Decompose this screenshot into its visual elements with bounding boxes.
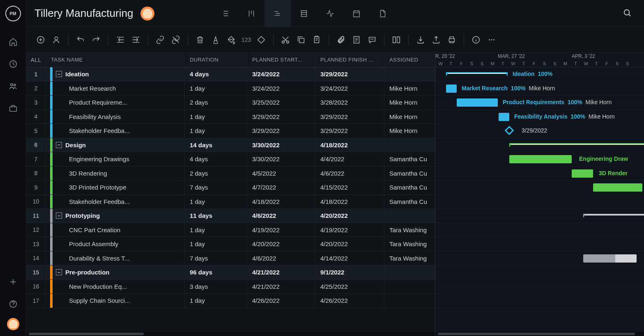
cell-finish[interactable]: 3/29/2022 [315, 110, 384, 124]
cell-assigned[interactable]: Samantha Cu [384, 195, 435, 209]
cell-start[interactable]: 4/6/2022 [247, 251, 315, 265]
row-number[interactable]: 4 [26, 110, 46, 124]
cell-dur[interactable]: 96 days [185, 265, 247, 279]
task-bar[interactable] [457, 98, 498, 107]
cell-finish[interactable]: 4/15/2022 [315, 181, 384, 194]
cell-finish[interactable]: 4/19/2022 [315, 223, 384, 237]
cell-assigned[interactable]: Tara Washing [384, 223, 435, 237]
row-number[interactable]: 8 [26, 167, 46, 181]
cell-finish[interactable]: 4/6/2022 [315, 167, 384, 181]
task-name-cell[interactable]: Supply Chain Sourci... [46, 294, 185, 308]
cell-finish[interactable]: 4/18/2022 [315, 138, 384, 152]
add-task-icon[interactable] [34, 34, 47, 46]
grid-hscroll[interactable] [26, 332, 435, 336]
gantt-row[interactable] [435, 265, 644, 280]
help-icon[interactable] [5, 296, 21, 312]
row-number[interactable]: 10 [26, 195, 46, 209]
cell-assigned[interactable]: Tara Washing [384, 251, 435, 265]
user-avatar[interactable] [7, 318, 19, 330]
cell-start[interactable]: 4/21/2022 [247, 280, 315, 294]
project-owner-avatar[interactable] [140, 7, 154, 21]
notes-icon[interactable] [350, 34, 363, 46]
task-row[interactable]: 10Stakeholder Feedba...1 day4/18/20224/1… [26, 195, 435, 209]
paste-icon[interactable] [310, 34, 323, 46]
cell-dur[interactable]: 3 days [185, 280, 247, 294]
row-number[interactable]: 6 [26, 138, 46, 152]
cell-assigned[interactable]: Samantha Cu [384, 181, 435, 194]
task-name-cell[interactable]: Feasibility Analysis [46, 110, 185, 124]
cell-dur[interactable]: 1 day [185, 110, 247, 124]
row-number[interactable]: 7 [26, 152, 46, 166]
cell-dur[interactable]: 14 days [185, 138, 247, 152]
task-name-cell[interactable]: Stakeholder Feedba... [46, 195, 185, 209]
col-header-name[interactable]: TASK NAME [46, 53, 185, 67]
task-row[interactable]: 13Product Assembly1 day4/20/20224/20/202… [26, 237, 435, 251]
cell-dur[interactable]: 1 day [185, 237, 247, 251]
gantt-row[interactable] [435, 251, 644, 266]
row-number[interactable]: 16 [26, 280, 46, 294]
milestone-icon[interactable] [505, 126, 514, 135]
cell-dur[interactable]: 1 day [185, 223, 247, 237]
copy-icon[interactable] [295, 34, 307, 46]
collapse-icon[interactable]: − [56, 71, 62, 77]
cell-start[interactable]: 3/29/2022 [247, 124, 315, 138]
cell-finish[interactable]: 3/28/2022 [315, 96, 384, 110]
gantt-row[interactable] [435, 181, 644, 195]
row-number[interactable]: 5 [26, 124, 46, 138]
collapse-icon[interactable]: − [56, 213, 62, 219]
row-number[interactable]: 14 [26, 251, 46, 265]
cell-start[interactable]: 4/7/2022 [247, 181, 315, 194]
gantt-row[interactable] [435, 237, 644, 251]
row-number[interactable]: 13 [26, 237, 46, 251]
cell-start[interactable]: 4/20/2022 [247, 237, 315, 251]
task-name-cell[interactable]: Product Requireme... [46, 96, 185, 110]
cell-finish[interactable]: 4/18/2022 [315, 195, 384, 209]
outdent-icon[interactable] [114, 34, 126, 46]
col-header-assigned[interactable]: ASSIGNED [384, 53, 435, 67]
task-name-cell[interactable]: −Prototyping [46, 209, 185, 223]
cell-assigned[interactable] [384, 67, 435, 81]
gantt-row[interactable]: 3D Render [435, 167, 644, 181]
task-row[interactable]: 93D Printed Prototype7 days4/7/20224/15/… [26, 181, 435, 195]
task-name-cell[interactable]: 3D Printed Prototype [46, 181, 185, 194]
gantt-hscroll[interactable] [435, 332, 644, 336]
cell-start[interactable]: 4/26/2022 [247, 294, 315, 308]
gantt-body[interactable]: Ideation 100%Market Research 100% Mike H… [435, 67, 644, 332]
task-name-cell[interactable]: −Ideation [46, 67, 185, 81]
text-style-icon[interactable] [209, 34, 222, 46]
col-header-start[interactable]: PLANNED START... [247, 53, 315, 67]
task-row[interactable]: 1−Ideation4 days3/24/20223/29/2022 [26, 67, 435, 82]
view-calendar-icon[interactable] [343, 0, 370, 27]
col-header-finish[interactable]: PLANNED FINISH ... [315, 53, 384, 67]
cell-finish[interactable]: 4/25/2022 [315, 280, 384, 294]
cell-start[interactable]: 4/6/2022 [247, 209, 315, 223]
cell-dur[interactable]: 1 day [185, 195, 247, 209]
collapse-icon[interactable]: − [56, 269, 62, 275]
gantt-row[interactable]: Market Research 100% Mike Horn [435, 82, 644, 96]
cell-start[interactable]: 4/5/2022 [247, 167, 315, 181]
info-icon[interactable] [470, 34, 482, 46]
task-row[interactable]: 12CNC Part Creation1 day4/19/20224/19/20… [26, 223, 435, 238]
redo-icon[interactable] [90, 34, 102, 46]
cell-finish[interactable]: 3/24/2022 [315, 82, 384, 96]
task-row[interactable]: 4Feasibility Analysis1 day3/29/20223/29/… [26, 110, 435, 124]
task-row[interactable]: 16New Production Eq...3 days4/21/20224/2… [26, 280, 435, 294]
gantt-row[interactable] [435, 280, 644, 294]
cell-assigned[interactable]: Samantha Cu [384, 152, 435, 166]
gantt-row[interactable] [435, 195, 644, 209]
link-icon[interactable] [154, 34, 166, 46]
task-bar[interactable] [593, 183, 642, 192]
row-number[interactable]: 9 [26, 181, 46, 194]
task-name-cell[interactable]: CNC Part Creation [46, 223, 185, 237]
cell-start[interactable]: 3/30/2022 [247, 138, 315, 152]
row-number[interactable]: 15 [26, 265, 46, 279]
task-bar[interactable] [509, 155, 572, 163]
cell-dur[interactable]: 4 days [185, 152, 247, 166]
gantt-row[interactable] [435, 138, 644, 153]
add-icon[interactable] [5, 274, 21, 290]
search-icon[interactable] [619, 4, 636, 23]
fill-color-icon[interactable] [225, 34, 237, 46]
team-icon[interactable] [5, 78, 21, 94]
task-row[interactable]: 3Product Requireme...2 days3/25/20223/28… [26, 96, 435, 110]
cell-start[interactable]: 3/29/2022 [247, 110, 315, 124]
